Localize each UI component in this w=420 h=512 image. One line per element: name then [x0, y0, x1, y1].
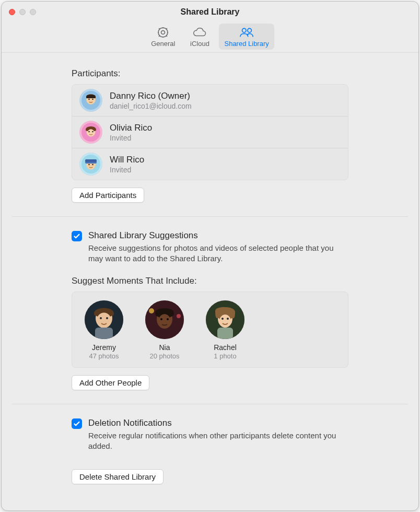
participant-text: Will Rico Invited: [110, 155, 144, 174]
participant-name: Danny Rico (Owner): [110, 91, 192, 101]
tab-label: General: [151, 40, 175, 48]
divider: [12, 404, 408, 404]
svg-point-3: [248, 28, 252, 32]
deletion-description: Receive regular notifications when other…: [88, 430, 348, 452]
gear-icon: [156, 26, 170, 39]
participant-sub: daniel_rico1@icloud.com: [110, 102, 192, 110]
svg-point-28: [167, 318, 169, 320]
participant-row[interactable]: Danny Rico (Owner) daniel_rico1@icloud.c…: [72, 85, 348, 117]
settings-window: Shared Library General iCloud: [1, 1, 419, 511]
suggest-moments-heading: Suggest Moments That Include:: [72, 276, 348, 286]
participant-row[interactable]: Will Rico Invited: [72, 148, 348, 180]
suggestions-text: Shared Library Suggestions Receive sugge…: [88, 230, 348, 264]
zoom-window-button[interactable]: [30, 9, 36, 15]
person-name: Rachel: [214, 343, 237, 352]
window-controls: [9, 9, 36, 15]
tab-label: Shared Library: [224, 40, 269, 48]
avatar: [79, 153, 102, 176]
participant-text: Olivia Rico Invited: [110, 123, 152, 142]
person-name: Jeremy: [92, 343, 116, 352]
avatar: [79, 89, 102, 112]
suggestions-section: Shared Library Suggestions Receive sugge…: [2, 230, 418, 390]
svg-point-30: [177, 314, 181, 318]
svg-point-27: [160, 318, 162, 320]
add-participants-button[interactable]: Add Participants: [72, 188, 144, 203]
svg-point-22: [100, 317, 102, 319]
svg-point-12: [88, 131, 90, 133]
svg-point-1: [158, 28, 168, 37]
deletion-checkbox[interactable]: [72, 418, 82, 429]
svg-point-8: [92, 99, 94, 100]
participant-text: Danny Rico (Owner) daniel_rico1@icloud.c…: [110, 91, 192, 110]
titlebar: Shared Library: [2, 2, 418, 22]
participant-row[interactable]: Olivia Rico Invited: [72, 117, 348, 148]
svg-point-23: [106, 317, 108, 319]
suggested-person[interactable]: Rachel 1 photo: [203, 300, 248, 360]
person-photo: [145, 300, 184, 339]
tab-general[interactable]: General: [146, 24, 180, 50]
suggestions-label: Shared Library Suggestions: [88, 230, 348, 241]
tab-shared-library[interactable]: Shared Library: [219, 24, 274, 50]
tab-label: iCloud: [190, 40, 209, 48]
participant-sub: Invited: [110, 134, 152, 142]
deletion-label: Deletion Notifications: [88, 418, 348, 428]
svg-point-7: [88, 99, 90, 100]
cloud-icon: [192, 26, 207, 39]
svg-point-33: [221, 318, 224, 320]
svg-point-19: [92, 164, 94, 166]
svg-point-0: [161, 31, 165, 34]
window-title: Shared Library: [2, 7, 418, 17]
suggestions-description: Receive suggestions for photos and video…: [88, 243, 348, 264]
svg-point-34: [227, 318, 229, 320]
svg-point-2: [242, 28, 247, 32]
minimize-window-button[interactable]: [19, 9, 26, 15]
participant-name: Will Rico: [110, 155, 144, 165]
delete-shared-library-button[interactable]: Delete Shared Library: [72, 469, 164, 484]
participant-sub: Invited: [110, 166, 144, 174]
svg-point-29: [149, 308, 154, 313]
avatar: [79, 121, 102, 144]
close-window-button[interactable]: [9, 9, 15, 15]
person-photo: [85, 300, 123, 339]
person-name: Nia: [159, 343, 170, 352]
person-count: 20 photos: [149, 352, 179, 360]
person-photo: [206, 300, 244, 339]
participant-name: Olivia Rico: [110, 123, 152, 133]
deletion-section: Deletion Notifications Receive regular n…: [2, 418, 418, 485]
people-icon: [238, 26, 255, 39]
content-area: Participants:: [2, 53, 418, 510]
suggested-person[interactable]: Nia 20 photos: [142, 300, 187, 360]
svg-point-18: [88, 164, 90, 166]
tab-icloud[interactable]: iCloud: [183, 24, 216, 50]
person-count: 1 photo: [214, 352, 236, 360]
divider: [12, 216, 408, 217]
participants-heading: Participants:: [72, 68, 348, 79]
settings-toolbar: General iCloud Shared Library: [2, 22, 418, 53]
suggested-person[interactable]: Jeremy 47 photos: [81, 300, 126, 360]
svg-rect-17: [85, 159, 97, 162]
participants-list: Danny Rico (Owner) daniel_rico1@icloud.c…: [72, 84, 348, 180]
suggested-people-list: Jeremy 47 photos: [72, 292, 348, 368]
deletion-text: Deletion Notifications Receive regular n…: [88, 418, 348, 452]
svg-rect-24: [95, 328, 113, 339]
add-other-people-button[interactable]: Add Other People: [72, 375, 149, 390]
svg-rect-35: [217, 328, 233, 339]
participants-section: Participants:: [2, 68, 418, 203]
svg-point-13: [92, 131, 94, 133]
person-count: 47 photos: [89, 352, 119, 360]
suggestions-checkbox[interactable]: [72, 231, 82, 241]
